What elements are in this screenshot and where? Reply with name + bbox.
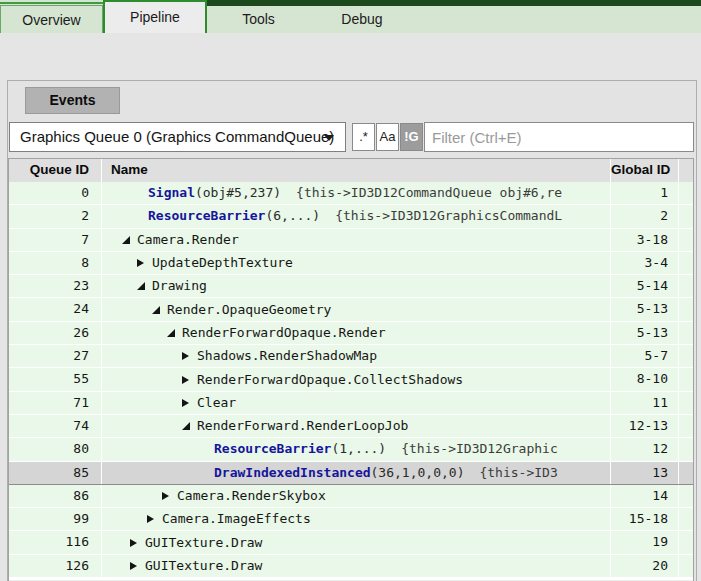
triangle-glyph: [147, 515, 154, 523]
event-row[interactable]: 86Camera.RenderSkybox14: [9, 485, 693, 508]
gutter-cell: [679, 531, 693, 553]
event-row[interactable]: 7Camera.Render3-18: [9, 229, 693, 252]
gutter-cell: [679, 368, 693, 390]
event-row[interactable]: 27Shadows.RenderShadowMap5-7: [9, 345, 693, 368]
gutter-cell: [679, 252, 693, 274]
event-row[interactable]: 80ResourceBarrier(1,...){this->ID3D12Gra…: [9, 438, 693, 461]
global-id-cell: 8-10: [611, 368, 679, 390]
gutter-cell: [679, 508, 693, 530]
tab-events[interactable]: Events: [25, 87, 120, 114]
event-row[interactable]: 26RenderForwardOpaque.Render5-13: [9, 322, 693, 345]
event-name-cell: UpdateDepthTexture: [102, 252, 611, 274]
column-header-queue-id[interactable]: Queue ID: [9, 159, 102, 182]
queue-id-cell: 26: [9, 322, 102, 344]
glob-toggle-button[interactable]: !G: [400, 123, 423, 151]
gutter-cell: [679, 345, 693, 367]
triangle-glyph: [130, 562, 137, 570]
event-row[interactable]: 126GUITexture.Draw20: [9, 555, 693, 578]
tree-expanded-icon[interactable]: [122, 229, 137, 251]
event-row[interactable]: 74RenderForward.RenderLoopJob12-13: [9, 415, 693, 438]
column-header-name[interactable]: Name: [102, 159, 611, 182]
tab-overview[interactable]: Overview: [0, 5, 103, 33]
event-name-cell: Render.OpaqueGeometry: [102, 298, 611, 320]
event-row[interactable]: 8UpdateDepthTexture3-4: [9, 252, 693, 275]
tree-collapsed-icon[interactable]: [130, 531, 145, 553]
event-name-cell: Drawing: [102, 275, 611, 297]
triangle-glyph: [122, 236, 130, 244]
marker-label: RenderForwardOpaque.Render: [182, 322, 386, 344]
global-id-cell: 12-13: [611, 415, 679, 437]
regex-toggle-button[interactable]: .*: [352, 123, 375, 151]
global-id-cell: 3-4: [611, 252, 679, 274]
triangle-glyph: [182, 422, 190, 430]
queue-dropdown-value: Graphics Queue 0 (Graphics CommandQueue): [20, 128, 334, 145]
marker-label: Camera.Render: [137, 229, 239, 251]
marker-label: GUITexture.Draw: [145, 555, 262, 577]
event-row[interactable]: 85DrawIndexedInstanced(36,1,0,0,0){this-…: [9, 462, 693, 485]
marker-label: RenderForward.RenderLoopJob: [197, 415, 408, 437]
event-row[interactable]: 71Clear11: [9, 392, 693, 415]
event-name-cell: Clear: [102, 392, 611, 414]
event-name-cell: RenderForwardOpaque.CollectShadows: [102, 368, 611, 390]
api-call-name: DrawIndexedInstanced: [214, 462, 371, 484]
api-call-name: ResourceBarrier: [148, 205, 265, 227]
tree-collapsed-icon[interactable]: [182, 392, 197, 414]
event-row[interactable]: 99Camera.ImageEffects15-18: [9, 508, 693, 531]
global-id-cell: 19: [611, 531, 679, 553]
triangle-glyph: [182, 376, 189, 384]
event-name-cell: RenderForwardOpaque.Render: [102, 322, 611, 344]
api-call-annotation: {this->ID3D12GraphicsCommandL: [335, 205, 562, 227]
event-name-cell: Camera.Render: [102, 229, 611, 251]
global-id-cell: 5-7: [611, 345, 679, 367]
tree-expanded-icon[interactable]: [152, 298, 167, 320]
tab-debug[interactable]: Debug: [310, 5, 414, 33]
tree-collapsed-icon[interactable]: [182, 368, 197, 390]
filter-input[interactable]: [424, 122, 694, 152]
column-header-global-id[interactable]: Global ID: [611, 159, 679, 182]
global-id-cell: 15-18: [611, 508, 679, 530]
table-body: 0Signal(obj#5,237){this->ID3D12CommandQu…: [9, 182, 693, 578]
tree-expanded-icon[interactable]: [137, 275, 152, 297]
global-id-cell: 2: [611, 205, 679, 227]
tree-collapsed-icon[interactable]: [162, 485, 177, 507]
tree-expanded-icon[interactable]: [167, 322, 182, 344]
tree-collapsed-icon[interactable]: [130, 555, 145, 577]
queue-id-cell: 24: [9, 298, 102, 320]
event-name-cell: Camera.RenderSkybox: [102, 485, 611, 507]
global-id-cell: 12: [611, 438, 679, 460]
column-header-gutter: [679, 159, 693, 182]
triangle-glyph: [130, 539, 137, 547]
triangle-glyph: [182, 352, 189, 360]
queue-dropdown[interactable]: Graphics Queue 0 (Graphics CommandQueue): [9, 122, 346, 152]
tree-collapsed-icon[interactable]: [182, 345, 197, 367]
queue-id-cell: 71: [9, 392, 102, 414]
event-row[interactable]: 116GUITexture.Draw19: [9, 531, 693, 554]
api-call-params: (obj#5,237): [195, 182, 281, 204]
marker-label: RenderForwardOpaque.CollectShadows: [197, 369, 463, 391]
gutter-cell: [679, 462, 693, 484]
gutter-cell: [679, 229, 693, 251]
event-row[interactable]: 0Signal(obj#5,237){this->ID3D12CommandQu…: [9, 182, 693, 205]
api-call-name: ResourceBarrier: [214, 438, 331, 460]
gutter-cell: [679, 485, 693, 507]
event-name-cell: Signal(obj#5,237){this->ID3D12CommandQue…: [102, 182, 611, 204]
tree-collapsed-icon[interactable]: [147, 508, 162, 530]
event-name-cell: DrawIndexedInstanced(36,1,0,0,0){this->I…: [102, 462, 611, 484]
case-sensitive-toggle-button[interactable]: Aa: [376, 123, 399, 151]
tree-collapsed-icon[interactable]: [137, 252, 152, 274]
marker-label: Clear: [197, 392, 236, 414]
gutter-cell: [679, 298, 693, 320]
event-row[interactable]: 2ResourceBarrier(6,...){this->ID3D12Grap…: [9, 205, 693, 228]
event-row[interactable]: 24Render.OpaqueGeometry5-13: [9, 298, 693, 321]
tab-pipeline[interactable]: Pipeline: [103, 0, 207, 33]
triangle-glyph: [152, 306, 160, 314]
global-id-cell: 5-14: [611, 275, 679, 297]
event-row[interactable]: 23Drawing5-14: [9, 275, 693, 298]
tab-tools[interactable]: Tools: [207, 5, 310, 33]
event-row[interactable]: 55RenderForwardOpaque.CollectShadows8-10: [9, 368, 693, 391]
event-name-cell: ResourceBarrier(1,...){this->ID3D12Graph…: [102, 438, 611, 460]
triangle-glyph: [137, 282, 145, 290]
gutter-cell: [679, 415, 693, 437]
event-name-cell: Camera.ImageEffects: [102, 508, 611, 530]
tree-expanded-icon[interactable]: [182, 415, 197, 437]
